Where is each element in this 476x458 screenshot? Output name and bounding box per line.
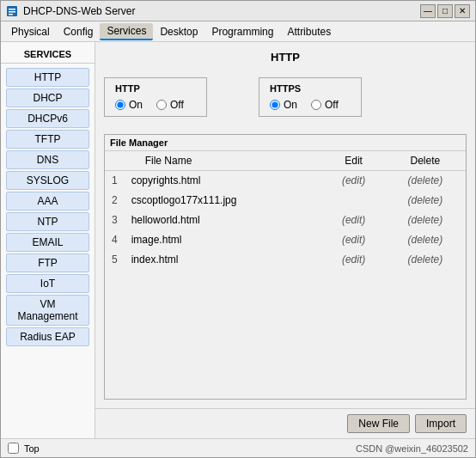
main-window: DHCP-DNS-Web Server — □ ✕ Physical Confi… [0,0,476,458]
sidebar-item-dhcpv6[interactable]: DHCPv6 [6,109,89,128]
http-off-label: Off [170,99,184,111]
top-checkbox[interactable] [8,443,19,454]
https-on-option[interactable]: On [270,99,297,111]
file-name: index.html [125,250,323,270]
col-delete: Delete [385,151,466,171]
file-delete[interactable]: (delete) [385,230,466,250]
file-manager-title: File Manager [105,135,466,151]
file-edit[interactable]: (edit) [323,211,385,230]
https-group: HTTPS On Off [259,77,362,117]
col-filename: File Name [125,151,323,171]
menu-bar: Physical Config Services Desktop Program… [1,21,475,42]
file-num: 4 [105,230,125,250]
menu-item-config[interactable]: Config [57,24,101,40]
col-edit: Edit [323,151,385,171]
sidebar-item-email[interactable]: EMAIL [6,233,89,252]
table-row: 1copyrights.html(edit)(delete) [105,171,466,191]
title-controls: — □ ✕ [420,4,470,18]
app-icon [6,5,18,17]
new-file-button[interactable]: New File [347,414,410,433]
http-on-radio[interactable] [115,100,125,110]
file-name: cscoptlogo177x111.jpg [125,191,323,211]
title-bar: DHCP-DNS-Web Server — □ ✕ [1,1,475,21]
section-title: HTTP [104,51,467,64]
table-row: 3helloworld.html(edit)(delete) [105,211,466,230]
file-delete[interactable]: (delete) [385,171,466,191]
svg-rect-2 [9,11,15,13]
http-off-radio[interactable] [156,100,167,110]
file-num: 1 [105,171,125,191]
file-name: helloworld.html [125,211,323,230]
menu-item-physical[interactable]: Physical [4,24,57,40]
http-group-title: HTTP [115,83,196,94]
menu-item-attributes[interactable]: Attributes [280,24,338,40]
table-row: 4image.html(edit)(delete) [105,230,466,250]
status-left: Top [8,443,40,454]
file-num: 5 [105,250,125,270]
col-num [105,151,125,171]
sidebar-item-dhcp[interactable]: DHCP [6,89,89,107]
table-row: 2cscoptlogo177x111.jpg(delete) [105,191,466,211]
sidebar-title: SERVICES [1,46,95,64]
sidebar-item-dns[interactable]: DNS [6,150,89,169]
menu-item-desktop[interactable]: Desktop [153,24,204,40]
file-delete[interactable]: (delete) [385,191,466,211]
http-on-label: On [129,99,143,111]
content-area: SERVICES HTTP DHCP DHCPv6 TFTP DNS SYSLO… [1,42,475,438]
status-bar: Top CSDN @weixin_46023502 [1,438,475,457]
file-num: 3 [105,211,125,230]
file-table: File Name Edit Delete 1copyrights.html(e… [105,151,466,270]
import-button[interactable]: Import [415,414,467,433]
http-off-option[interactable]: Off [156,99,184,111]
https-radio-row: On Off [270,99,351,111]
svg-rect-3 [9,14,13,15]
sidebar-item-radius-eap[interactable]: Radius EAP [6,327,89,346]
minimize-button[interactable]: — [420,4,436,18]
sidebar-item-vm-management[interactable]: VM Management [6,295,89,326]
file-edit[interactable]: (edit) [323,250,385,270]
sidebar-item-ntp[interactable]: NTP [6,212,89,231]
file-delete[interactable]: (delete) [385,211,466,230]
menu-item-services[interactable]: Services [100,23,153,40]
file-edit[interactable]: (edit) [323,171,385,191]
maximize-button[interactable]: □ [437,4,453,18]
title-bar-left: DHCP-DNS-Web Server [6,5,135,17]
main-panel: HTTP HTTP On Off [95,42,475,438]
watermark: CSDN @weixin_46023502 [356,443,468,454]
sidebar: SERVICES HTTP DHCP DHCPv6 TFTP DNS SYSLO… [1,42,95,438]
top-label: Top [24,443,40,454]
https-off-option[interactable]: Off [311,99,339,111]
window-title: DHCP-DNS-Web Server [23,5,135,17]
https-off-radio[interactable] [311,100,321,110]
https-on-radio[interactable] [270,100,280,110]
main-content: HTTP HTTP On Off [95,42,475,408]
file-edit[interactable]: (edit) [323,230,385,250]
close-button[interactable]: ✕ [455,4,470,18]
https-off-label: Off [325,99,339,111]
file-delete[interactable]: (delete) [385,250,466,270]
table-header-row: File Name Edit Delete [105,151,466,171]
http-radio-row: On Off [115,99,196,111]
sidebar-item-aaa[interactable]: AAA [6,192,89,211]
protocol-settings-row: HTTP On Off [104,77,467,117]
bottom-bar: New File Import [95,408,475,438]
menu-item-programming[interactable]: Programming [204,24,280,40]
table-row: 5index.html(edit)(delete) [105,250,466,270]
http-group: HTTP On Off [104,77,207,117]
svg-rect-1 [9,9,15,10]
file-num: 2 [105,191,125,211]
sidebar-item-iot[interactable]: IoT [6,274,89,293]
http-on-option[interactable]: On [115,99,143,111]
sidebar-item-syslog[interactable]: SYSLOG [6,171,89,190]
sidebar-item-http[interactable]: HTTP [6,68,89,87]
file-edit [323,191,385,211]
file-manager: File Manager File Name Edit Delete 1copy… [104,134,467,400]
https-on-label: On [284,99,297,111]
file-name: image.html [125,230,323,250]
sidebar-item-ftp[interactable]: FTP [6,253,89,272]
file-name: copyrights.html [125,171,323,191]
sidebar-item-tftp[interactable]: TFTP [6,130,89,149]
https-group-title: HTTPS [270,83,351,94]
